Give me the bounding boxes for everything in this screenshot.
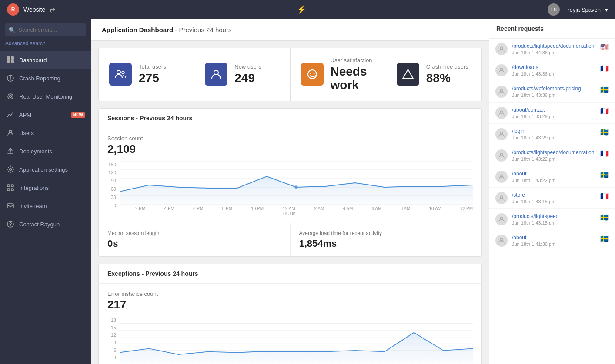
apm-badge: NEW: [71, 112, 85, 118]
request-path[interactable]: /login: [512, 128, 596, 134]
exceptions-y-label: 15: [107, 325, 116, 330]
share-icon[interactable]: ⇄: [50, 6, 55, 14]
crash-free-label: Crash-free users: [426, 63, 468, 70]
user-satisfaction-icon: [301, 63, 324, 86]
total-users-label: Total users: [139, 63, 166, 70]
sidebar-item-label-crash-reporting: Crash Reporting: [19, 75, 60, 82]
request-time: Jun 18th 1:44:36 pm: [512, 50, 596, 55]
request-path[interactable]: /products/lightspeed/documentation: [512, 43, 596, 49]
sidebar-item-users[interactable]: Users: [0, 124, 91, 142]
sessions-y-axis: 1501209060300: [107, 161, 120, 216]
sidebar-item-app-settings[interactable]: Application settings: [0, 160, 91, 179]
svg-point-20: [308, 70, 317, 79]
search-wrap: 🔍: [5, 23, 86, 36]
svg-point-25: [408, 77, 408, 78]
sidebar-item-crash-reporting[interactable]: Crash Reporting: [0, 69, 91, 87]
request-path[interactable]: /products/lightspeed: [512, 213, 596, 219]
svg-point-8: [9, 130, 12, 133]
request-info: /products/wpfelements/pricing Jun 18th 1…: [512, 86, 596, 98]
apm-icon: [6, 110, 15, 119]
error-count-value: 217: [107, 298, 473, 311]
sidebar-item-label-integrations: Integrations: [19, 185, 49, 191]
main-content: Application Dashboard - Previous 24 hour…: [91, 19, 489, 364]
total-users-icon: [109, 63, 132, 86]
exceptions-y-label: 9: [107, 340, 116, 345]
request-path[interactable]: /about/contact: [512, 107, 596, 113]
exceptions-chart-container: 2 PM4 PM6 PM8 PM10 PM12 AM 18 Jun2 AM4 A…: [120, 317, 473, 364]
sidebar-item-deployments[interactable]: Deployments: [0, 142, 91, 160]
topbar-right: FS Freyja Spaven ▾: [548, 3, 608, 16]
exceptions-y-label: 6: [107, 347, 116, 353]
search-input[interactable]: [5, 23, 86, 36]
sidebar-item-label-invite-team: Invite team: [19, 203, 47, 209]
request-time: Jun 18th 1:43:36 pm: [512, 93, 596, 98]
request-avatar: [495, 171, 508, 183]
sessions-x-label: 2 PM: [135, 206, 145, 216]
topbar-lightning: ⚡: [297, 5, 306, 14]
sidebar-item-label-deployments: Deployments: [19, 148, 52, 155]
svg-point-32: [294, 185, 297, 189]
crash-free-icon: [397, 63, 419, 86]
sidebar-item-rum[interactable]: Real User Monitoring: [0, 87, 91, 106]
request-time: Jun 18th 1:43:15 pm: [512, 220, 596, 225]
stat-card-user-satisfaction: User satisfactionNeeds work: [291, 48, 386, 101]
app-logo: R: [7, 3, 19, 16]
sessions-x-label: 4 PM: [164, 206, 174, 216]
request-item: /about Jun 18th 1:43:22 pm 🇸🇪: [489, 166, 615, 188]
request-flag: 🇫🇷: [600, 64, 609, 73]
svg-point-22: [313, 73, 314, 74]
request-info: /downloads Jun 18th 1:43:36 pm: [512, 64, 596, 76]
sessions-y-label: 120: [107, 170, 116, 175]
advanced-search-link[interactable]: Advanced search: [0, 40, 91, 51]
exceptions-panel: Exceptions - Previous 24 hours Error ins…: [98, 264, 482, 364]
request-avatar: [495, 43, 508, 55]
svg-rect-1: [11, 56, 14, 60]
request-path[interactable]: /about: [512, 235, 596, 241]
request-item: /products/lightspeed/documentation Jun 1…: [489, 145, 615, 166]
right-panel: Recent requests /products/lightspeed/doc…: [489, 19, 615, 364]
request-flag: 🇫🇷: [600, 192, 609, 200]
exceptions-y-label: 18: [107, 318, 116, 323]
svg-point-9: [10, 169, 12, 171]
avg-load-value: 1,854ms: [299, 238, 473, 249]
svg-point-21: [310, 73, 311, 74]
svg-point-7: [10, 96, 12, 98]
sidebar-item-dashboard[interactable]: Dashboard: [0, 51, 91, 69]
main-layout: 🔍 Advanced search DashboardCrash Reporti…: [0, 19, 615, 364]
request-flag: 🇫🇷: [600, 107, 609, 115]
recent-requests-title: Recent requests: [489, 19, 615, 39]
page-subtitle: - Previous 24 hours: [175, 26, 231, 33]
app-name: Website: [23, 6, 45, 13]
exceptions-y-label: 12: [107, 332, 116, 338]
request-info: /about Jun 18th 1:41:36 pm: [512, 235, 596, 247]
sidebar-item-contact[interactable]: ?Contact Raygun: [0, 215, 91, 233]
request-info: /store Jun 18th 1:43:15 pm: [512, 192, 596, 204]
request-path[interactable]: /about: [512, 171, 596, 177]
svg-text:?: ?: [9, 222, 12, 227]
exceptions-y-axis: 1815129630: [107, 317, 120, 364]
sessions-x-label: 12 PM: [460, 206, 473, 216]
sidebar-item-integrations[interactable]: Integrations: [0, 179, 91, 197]
request-time: Jun 18th 1:43:36 pm: [512, 71, 596, 76]
user-dropdown-icon[interactable]: ▾: [605, 7, 608, 13]
new-users-value: 249: [234, 72, 261, 85]
request-avatar: [495, 64, 508, 76]
request-flag: 🇸🇪: [600, 171, 609, 179]
request-flag: 🇸🇪: [600, 128, 609, 136]
request-avatar: [495, 213, 508, 225]
request-path[interactable]: /products/wpfelements/pricing: [512, 86, 596, 92]
request-info: /login Jun 18th 1:43:29 pm: [512, 128, 596, 140]
svg-point-6: [8, 94, 13, 99]
request-path[interactable]: /products/lightspeed/documentation: [512, 149, 596, 156]
sessions-chart-area: 1501209060300: [107, 161, 473, 216]
sidebar-item-apm[interactable]: APMNEW: [0, 106, 91, 124]
request-path[interactable]: /store: [512, 192, 596, 198]
sessions-x-label: 8 AM: [401, 206, 411, 216]
sessions-y-label: 60: [107, 186, 116, 192]
user-satisfaction-value: Needs work: [331, 65, 375, 92]
deployments-icon: [6, 147, 15, 156]
exceptions-y-label: 3: [107, 355, 116, 360]
request-path[interactable]: /downloads: [512, 64, 596, 70]
crash-free-info: Crash-free users88%: [426, 63, 468, 85]
sidebar-item-invite-team[interactable]: Invite team: [0, 197, 91, 215]
